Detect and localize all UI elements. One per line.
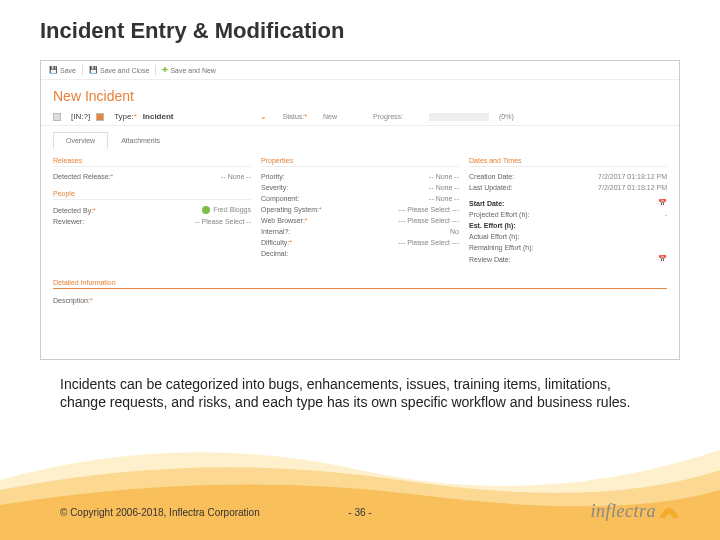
description-input[interactable]	[53, 306, 667, 318]
app-screenshot: 💾Save 💾Save and Close ✚Save and New New …	[40, 60, 680, 360]
slide-footer: © Copyright 2006-2018, Inflectra Corpora…	[60, 507, 660, 518]
proj-effort-value: -	[665, 211, 667, 218]
component-label: Component:	[261, 195, 299, 202]
difficulty-label: Difficulty:*	[261, 239, 292, 246]
id-prefix: [IN:?]	[71, 112, 90, 121]
detected-by-value[interactable]: Fred Bloggs	[202, 206, 251, 214]
description-label: Description:*	[53, 297, 93, 304]
col-releases: Releases Detected Release:*-- None -- Pe…	[53, 157, 251, 265]
browser-label: Web Browser:*	[261, 217, 308, 224]
toolbar: 💾Save 💾Save and Close ✚Save and New	[41, 61, 679, 80]
tab-overview[interactable]: Overview	[53, 132, 108, 149]
chevron-down-icon[interactable]: ⌄	[260, 112, 267, 121]
os-value[interactable]: --- Please Select ---	[398, 206, 459, 213]
review-date-label: Review Date:	[469, 256, 511, 263]
reviewer-value[interactable]: -- Please Select --	[195, 218, 251, 225]
severity-value[interactable]: -- None --	[429, 184, 459, 191]
incident-type-icon	[53, 113, 61, 121]
detected-release-label: Detected Release:*	[53, 173, 113, 180]
severity-label: Severity:	[261, 184, 288, 191]
difficulty-value[interactable]: --- Please Select ---	[398, 239, 459, 246]
proj-effort-label: Projected Effort (h):	[469, 211, 530, 218]
last-updated-label: Last Updated:	[469, 184, 513, 191]
last-updated-value: 7/2/2017 01:18:12 PM	[598, 184, 667, 191]
plus-icon: ✚	[162, 66, 168, 74]
detected-by-label: Detected By:*	[53, 207, 96, 214]
status-value: New	[323, 113, 337, 120]
section-properties: Properties	[261, 157, 459, 167]
section-people: People	[53, 190, 251, 200]
slide-caption: Incidents can be categorized into bugs, …	[60, 375, 660, 411]
progress-bar	[429, 113, 489, 121]
est-effort-label: Est. Effort (h):	[469, 222, 516, 229]
internal-label: Internal?:	[261, 228, 290, 235]
progress-percent: (0%)	[499, 113, 514, 120]
decorative-wave	[0, 420, 720, 540]
flag-icon	[96, 113, 104, 121]
copyright: © Copyright 2006-2018, Inflectra Corpora…	[60, 507, 260, 518]
type-row: [IN:?] Type:* Incident ⌄ Status:* New Pr…	[41, 108, 679, 126]
start-date-label: Start Date:	[469, 200, 504, 207]
page-heading: New Incident	[41, 80, 679, 108]
creation-date-label: Creation Date:	[469, 173, 514, 180]
detected-release-value[interactable]: -- None --	[221, 173, 251, 180]
col-dates: Dates and Times Creation Date:7/2/2017 0…	[469, 157, 667, 265]
save-icon: 💾	[89, 66, 98, 74]
inflectra-logo: inflectra	[591, 500, 681, 522]
save-close-button[interactable]: 💾Save and Close	[89, 66, 149, 74]
save-icon: 💾	[49, 66, 58, 74]
creation-date-value: 7/2/2017 01:18:12 PM	[598, 173, 667, 180]
decimal-label: Decimal:	[261, 250, 288, 257]
browser-value[interactable]: --- Please Select ---	[398, 217, 459, 224]
internal-value[interactable]: No	[450, 228, 459, 235]
slide-title: Incident Entry & Modification	[40, 18, 344, 44]
save-new-button[interactable]: ✚Save and New	[162, 66, 216, 74]
detailed-info: Detailed Information Description:*	[41, 273, 679, 324]
status-label: Status:*	[283, 113, 308, 120]
type-value[interactable]: Incident	[143, 112, 174, 121]
os-label: Operating System:*	[261, 206, 322, 213]
toolbar-divider	[82, 65, 83, 75]
calendar-icon[interactable]: 📅	[658, 255, 667, 263]
reviewer-label: Reviewer:	[53, 218, 84, 225]
calendar-icon[interactable]: 📅	[658, 199, 667, 207]
remaining-effort-label: Remaining Effort (h):	[469, 244, 533, 251]
section-detailed: Detailed Information	[53, 279, 667, 289]
progress-label: Progress:	[373, 113, 403, 120]
tabs: Overview Attachments	[41, 126, 679, 149]
avatar-icon	[202, 206, 210, 214]
section-releases: Releases	[53, 157, 251, 167]
type-label: Type:*	[114, 112, 137, 121]
component-value[interactable]: -- None --	[429, 195, 459, 202]
actual-effort-label: Actual Effort (h):	[469, 233, 519, 240]
tab-attachments[interactable]: Attachments	[108, 132, 173, 149]
toolbar-divider	[155, 65, 156, 75]
sun-icon	[658, 500, 680, 522]
section-dates: Dates and Times	[469, 157, 667, 167]
priority-value[interactable]: -- None --	[429, 173, 459, 180]
col-properties: Properties Priority:-- None -- Severity:…	[261, 157, 459, 265]
page-number: - 36 -	[348, 507, 371, 518]
save-button[interactable]: 💾Save	[49, 66, 76, 74]
priority-label: Priority:	[261, 173, 285, 180]
